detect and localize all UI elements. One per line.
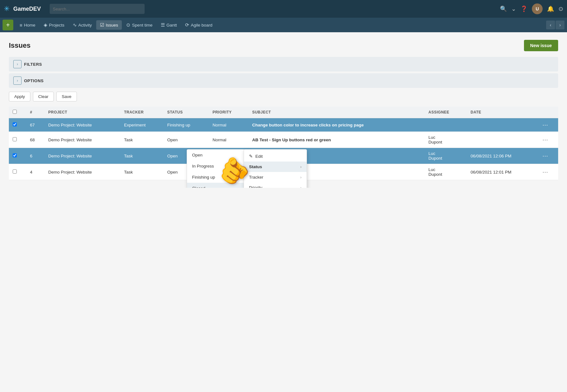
edit-item-left: ✎ Edit — [249, 154, 263, 159]
row-checkbox[interactable] — [13, 137, 17, 141]
sidebar-item-projects[interactable]: ◈ Projects — [40, 20, 68, 30]
row-more-button[interactable]: ⋯ — [542, 168, 548, 175]
filters-section: › FILTERS — [9, 57, 558, 71]
clear-button[interactable]: Clear — [33, 92, 54, 101]
tracker-item-left: Tracker — [249, 175, 263, 180]
row-assignee: LucDupont — [425, 132, 467, 148]
row-more-button[interactable]: ⋯ — [542, 121, 548, 128]
top-nav-icons: 🔍 ⌄ ❓ U 🔔 ⊙ — [500, 3, 563, 14]
projects-icon: ◈ — [44, 22, 47, 28]
nav-agile-board-label: Agile board — [191, 23, 212, 28]
context-menu-tracker[interactable]: Tracker › — [244, 172, 307, 182]
row-date — [467, 118, 539, 132]
table-row: 68 Demo Project: Website Task Open Norma… — [9, 132, 558, 148]
th-project: PROJECT — [44, 107, 120, 118]
home-icon: ≡ — [20, 22, 22, 28]
row-tracker: Task — [120, 132, 164, 148]
save-button[interactable]: Save — [56, 92, 77, 101]
row-checkbox-cell[interactable] — [9, 148, 26, 164]
row-id: 67 — [26, 118, 45, 132]
tracker-label: Tracker — [249, 175, 263, 180]
context-menu: ✎ Edit Status › Tracker › Priority › Ass… — [244, 149, 307, 188]
row-more-cell: ⋯ — [539, 164, 558, 180]
bell-icon[interactable]: 🔔 — [547, 5, 554, 12]
status-option-closed[interactable]: Closed — [187, 183, 250, 188]
add-button[interactable]: + — [3, 20, 13, 30]
sidebar-item-agile-board[interactable]: ⟳ Agile board — [181, 20, 216, 30]
new-issue-button[interactable]: New issue — [524, 40, 558, 51]
th-date: DATE — [467, 107, 539, 118]
row-status: Finishing up — [163, 118, 209, 132]
help-icon[interactable]: ❓ — [520, 5, 527, 12]
sub-nav-arrows: ‹ › — [546, 21, 564, 29]
row-more-cell: ⋯ — [539, 132, 558, 148]
row-checkbox[interactable] — [13, 122, 17, 126]
issues-icon: ☑ — [100, 22, 104, 28]
th-assignee: ASSIGNEE — [425, 107, 467, 118]
search-icon[interactable]: 🔍 — [500, 5, 507, 12]
sidebar-item-activity[interactable]: ∿ Activity — [69, 20, 96, 30]
nav-prev-button[interactable]: ‹ — [546, 21, 555, 29]
context-menu-edit[interactable]: ✎ Edit — [244, 151, 307, 162]
options-toggle-button[interactable]: › — [13, 77, 22, 85]
row-assignee — [425, 118, 467, 132]
row-checkbox-cell[interactable] — [9, 164, 26, 180]
row-tracker: Task — [120, 148, 164, 164]
row-more-button[interactable]: ⋯ — [542, 136, 548, 143]
nav-issues-label: Issues — [106, 23, 118, 28]
row-subject[interactable]: AB Test - Sign Up buttons red or green — [248, 132, 425, 148]
clock-icon[interactable]: ⊙ — [558, 5, 563, 12]
row-id: 68 — [26, 132, 45, 148]
context-menu-status[interactable]: Status › — [244, 162, 307, 172]
nav-next-button[interactable]: › — [556, 21, 564, 29]
row-checkbox[interactable] — [13, 153, 17, 157]
tracker-chevron-icon: › — [300, 175, 302, 180]
status-option-in-progress[interactable]: In Progress — [187, 161, 250, 172]
avatar[interactable]: U — [532, 3, 543, 14]
status-item-left: Status — [249, 164, 262, 169]
row-checkbox-cell[interactable] — [9, 132, 26, 148]
row-project: Demo Project: Website — [44, 118, 120, 132]
top-nav: ✳ GameDEV 🔍 ⌄ ❓ U 🔔 ⊙ — [0, 0, 567, 18]
sidebar-item-issues[interactable]: ☑ Issues — [96, 20, 122, 30]
row-checkbox-cell[interactable] — [9, 118, 26, 132]
chevron-down-icon[interactable]: ⌄ — [511, 5, 516, 12]
th-priority: PRIORITY — [209, 107, 248, 118]
th-status: STATUS — [163, 107, 209, 118]
priority-label: Priority — [249, 185, 262, 188]
row-project: Demo Project: Website — [44, 148, 120, 164]
sidebar-item-home[interactable]: ≡ Home — [16, 21, 39, 30]
row-tracker: Experiment — [120, 118, 164, 132]
th-checkbox — [9, 107, 26, 118]
agile-board-icon: ⟳ — [185, 22, 189, 28]
status-chevron-icon: › — [300, 165, 302, 169]
status-label: Status — [249, 164, 262, 169]
th-actions — [539, 107, 558, 118]
row-project: Demo Project: Website — [44, 132, 120, 148]
row-subject[interactable]: Change button color to increase clicks o… — [248, 118, 425, 132]
row-id: 4 — [26, 164, 45, 180]
nav-spent-time-label: Spent time — [132, 23, 153, 28]
search-input[interactable] — [50, 4, 145, 14]
edit-icon: ✎ — [249, 154, 253, 159]
select-all-checkbox[interactable] — [13, 110, 17, 114]
page-title: Issues — [9, 41, 31, 50]
row-project: Demo Project: Website — [44, 164, 120, 180]
row-checkbox[interactable] — [13, 169, 17, 174]
row-priority: Normal — [209, 132, 248, 148]
filters-toggle-button[interactable]: › — [13, 60, 22, 68]
context-menu-priority[interactable]: Priority › — [244, 182, 307, 188]
status-option-open[interactable]: Open — [187, 150, 250, 161]
edit-label: Edit — [255, 154, 263, 159]
options-section: › OPTIONS — [9, 73, 558, 88]
row-more-button[interactable]: ⋯ — [542, 152, 548, 159]
priority-item-left: Priority — [249, 185, 262, 188]
apply-button[interactable]: Apply — [9, 92, 30, 101]
sidebar-item-gantt[interactable]: ☰ Gantt — [157, 20, 181, 30]
sidebar-item-spent-time[interactable]: ⊙ Spent time — [122, 20, 156, 30]
row-date: 06/08/2021 12:06 PM — [467, 148, 539, 164]
th-subject: SUBJECT — [248, 107, 425, 118]
status-option-finishing-up[interactable]: Finishing up — [187, 172, 250, 183]
table-row: 67 Demo Project: Website Experiment Fini… — [9, 118, 558, 132]
row-assignee: LucDupont — [425, 148, 467, 164]
